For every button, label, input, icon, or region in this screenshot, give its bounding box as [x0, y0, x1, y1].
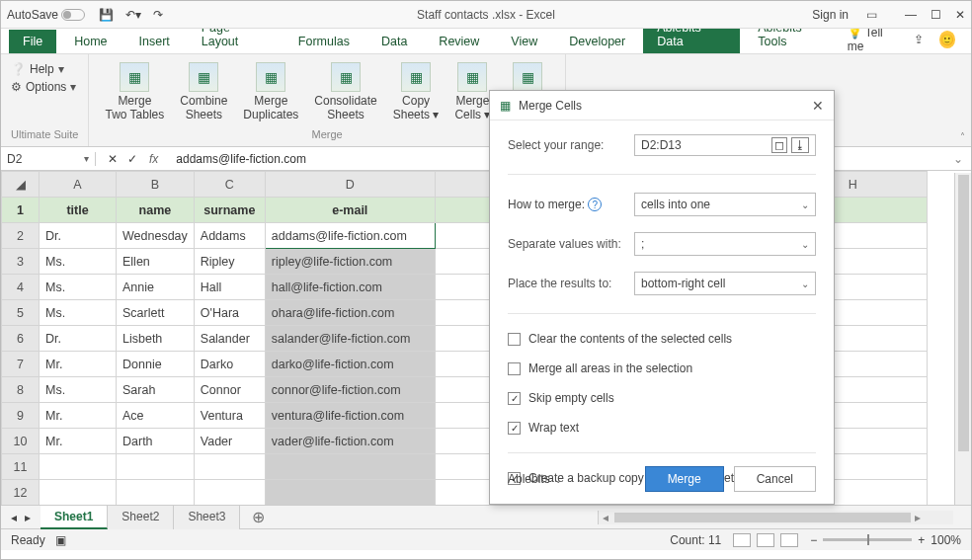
options-button[interactable]: ⚙ Options ▾: [11, 80, 78, 94]
ribbon-btn-merge-duplicates[interactable]: ▦MergeDuplicates: [237, 58, 304, 125]
column-header-A[interactable]: A: [40, 172, 117, 198]
cell[interactable]: [265, 480, 435, 506]
sheet-tab-sheet1[interactable]: Sheet1: [40, 506, 108, 529]
cell[interactable]: [117, 480, 195, 506]
cell[interactable]: [194, 480, 265, 506]
tab-data[interactable]: Data: [367, 30, 421, 53]
name-box[interactable]: D2▾: [1, 152, 96, 166]
row-header[interactable]: 11: [2, 454, 40, 480]
cell[interactable]: Ace: [117, 403, 195, 429]
feedback-icon[interactable]: 🙂: [939, 31, 955, 48]
row-header[interactable]: 12: [2, 480, 40, 506]
fx-icon[interactable]: fx: [149, 152, 168, 166]
cell[interactable]: Connor: [194, 377, 265, 403]
row-header[interactable]: 5: [2, 300, 40, 326]
merge-button[interactable]: Merge: [645, 466, 724, 492]
cell[interactable]: O'Hara: [194, 300, 265, 326]
save-icon[interactable]: 💾: [99, 8, 114, 22]
column-header-C[interactable]: C: [194, 172, 265, 198]
enter-formula-icon[interactable]: ✓: [127, 152, 137, 166]
autosave-switch[interactable]: [61, 9, 85, 21]
share-icon[interactable]: ⇪: [914, 33, 924, 46]
how-merge-select[interactable]: cells into one⌄: [634, 193, 816, 216]
cell[interactable]: Scarlett: [117, 300, 195, 326]
zoom-out-icon[interactable]: −: [810, 533, 817, 547]
cell[interactable]: Salander: [194, 326, 265, 352]
tell-me[interactable]: 💡 Tell me: [848, 26, 898, 53]
tab-home[interactable]: Home: [60, 30, 121, 53]
cell[interactable]: Ms.: [40, 249, 117, 275]
row-header[interactable]: 10: [2, 429, 40, 454]
checkbox-clear-contents[interactable]: Clear the contents of the selected cells: [508, 332, 816, 346]
cell[interactable]: Mr.: [40, 429, 117, 454]
cell[interactable]: Ventura: [194, 403, 265, 429]
cancel-button[interactable]: Cancel: [734, 466, 816, 492]
cell[interactable]: Hall: [194, 275, 265, 300]
cell[interactable]: Ellen: [117, 249, 195, 275]
help-button[interactable]: ❔ Help ▾: [11, 62, 78, 76]
cell[interactable]: title: [40, 198, 117, 223]
column-header-B[interactable]: B: [117, 172, 195, 198]
cell[interactable]: Ms.: [40, 300, 117, 326]
column-header-D[interactable]: D: [265, 172, 435, 198]
dialog-close-icon[interactable]: ✕: [812, 98, 824, 114]
cell[interactable]: salander@life-fiction.com: [265, 326, 435, 352]
cell[interactable]: ripley@life-fiction.com: [265, 249, 435, 275]
tab-review[interactable]: Review: [425, 30, 493, 53]
range-input[interactable]: D2:D13 ◻⭳: [634, 134, 816, 156]
view-page-break-icon[interactable]: [780, 533, 798, 547]
tab-file[interactable]: File: [9, 30, 56, 53]
horizontal-scrollbar[interactable]: ◂▸: [598, 511, 953, 524]
ribbon-btn-combine-sheets[interactable]: ▦CombineSheets: [174, 58, 233, 125]
expand-range-icon[interactable]: ⭳: [791, 137, 809, 153]
cell[interactable]: ohara@life-fiction.com: [265, 300, 435, 326]
cell[interactable]: Lisbeth: [117, 326, 195, 352]
chevron-down-icon[interactable]: ⌄: [801, 239, 809, 250]
select-range-icon[interactable]: ◻: [771, 137, 787, 153]
chevron-down-icon[interactable]: ▾: [84, 153, 89, 164]
checkbox-merge-all-areas[interactable]: Merge all areas in the selection: [508, 361, 816, 375]
cell[interactable]: vader@life-fiction.com: [265, 429, 435, 454]
ribbon-btn-copy-sheets[interactable]: ▦CopySheets ▾: [387, 58, 446, 125]
row-header[interactable]: 6: [2, 326, 40, 352]
row-header[interactable]: 9: [2, 403, 40, 429]
checkbox-wrap-text[interactable]: ✓Wrap text: [508, 421, 816, 435]
sign-in-link[interactable]: Sign in: [812, 8, 849, 22]
cell[interactable]: [40, 480, 117, 506]
add-sheet-button[interactable]: ⊕: [240, 511, 277, 524]
row-header[interactable]: 4: [2, 275, 40, 300]
row-header[interactable]: 1: [2, 198, 40, 223]
collapse-ribbon-icon[interactable]: ˄: [960, 131, 965, 142]
autosave-toggle[interactable]: AutoSave: [7, 8, 85, 22]
redo-icon[interactable]: ↷: [153, 8, 163, 22]
macro-record-icon[interactable]: ▣: [55, 533, 66, 547]
cell[interactable]: [117, 454, 195, 480]
cancel-formula-icon[interactable]: ✕: [108, 152, 118, 166]
chevron-down-icon[interactable]: ⌄: [801, 279, 809, 289]
cell[interactable]: hall@life-fiction.com: [265, 275, 435, 300]
checkbox-skip-empty[interactable]: ✓Skip empty cells: [508, 391, 816, 405]
cell[interactable]: Wednesday: [117, 223, 195, 249]
tab-formulas[interactable]: Formulas: [284, 30, 364, 53]
cell[interactable]: Ripley: [194, 249, 265, 275]
cell[interactable]: Darko: [194, 352, 265, 377]
cell[interactable]: Mr.: [40, 352, 117, 377]
cell[interactable]: Vader: [194, 429, 265, 454]
cell[interactable]: e-mail: [265, 198, 435, 223]
tab-insert[interactable]: Insert: [125, 30, 184, 53]
tab-view[interactable]: View: [497, 30, 551, 53]
cell[interactable]: Darth: [117, 429, 195, 454]
zoom-slider[interactable]: [823, 538, 912, 541]
select-all-cell[interactable]: ◢: [2, 172, 40, 198]
cell[interactable]: ventura@life-fiction.com: [265, 403, 435, 429]
sheet-nav-prev-icon[interactable]: ◂: [11, 511, 17, 524]
sheet-nav-next-icon[interactable]: ▸: [25, 511, 31, 524]
row-header[interactable]: 2: [2, 223, 40, 249]
cell[interactable]: Ms.: [40, 275, 117, 300]
view-normal-icon[interactable]: [733, 533, 751, 547]
cell[interactable]: Dr.: [40, 326, 117, 352]
help-icon[interactable]: ?: [588, 198, 602, 211]
row-header[interactable]: 8: [2, 377, 40, 403]
cell[interactable]: darko@life-fiction.com: [265, 352, 435, 377]
vertical-scrollbar[interactable]: [954, 173, 971, 507]
